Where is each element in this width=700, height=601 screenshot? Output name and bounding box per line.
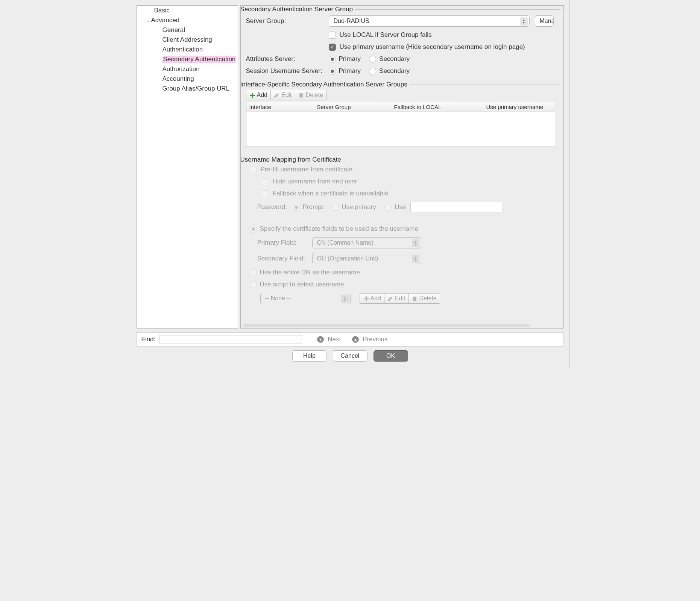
edit-button-label: Edit — [281, 92, 292, 98]
ok-button-label: OK — [386, 353, 395, 359]
sidebar-item-authorization[interactable]: Authorization — [137, 64, 238, 74]
use-script-label: Use script to select username — [260, 281, 344, 288]
manage-button-label: Manage — [540, 18, 554, 24]
delete-button: Delete — [295, 90, 326, 100]
previous-icon[interactable]: ▴ — [352, 336, 359, 343]
sidebar-item-advanced[interactable]: ⌄Advanced — [137, 15, 238, 25]
find-bar: Find: ▾ Next ▴ Previous — [137, 332, 564, 347]
use-local-checkbox[interactable] — [329, 32, 336, 39]
chevron-updown-icon: ▲▼ — [341, 295, 349, 303]
help-button-label: Help — [303, 353, 316, 359]
col-interface[interactable]: Interface — [246, 102, 314, 112]
server-group-label: Server Group: — [246, 17, 329, 25]
section-title: Secondary Authentication Server Group — [240, 6, 355, 13]
interface-table: Interface Server Group Fallback to LOCAL… — [246, 102, 555, 147]
session-username-secondary-radio[interactable] — [369, 68, 376, 75]
chevron-updown-icon: ▲▼ — [412, 255, 419, 263]
pencil-icon — [387, 295, 393, 301]
script-select-combo: -- None -- ▲▼ — [260, 293, 351, 304]
use-primary-username-checkbox[interactable]: ✓ — [329, 44, 336, 51]
edit-button-label: Edit — [395, 295, 405, 302]
chevron-down-icon: ⌄ — [145, 16, 151, 24]
password-use-radio — [384, 204, 392, 211]
trash-icon — [298, 92, 304, 98]
session-username-primary-label: Primary — [339, 67, 361, 75]
sidebar-item-group-alias[interactable]: Group Alias/Group URL — [137, 84, 238, 94]
delete-button-label: Delete — [306, 92, 323, 98]
col-use-primary[interactable]: Use primary username — [483, 102, 555, 112]
hide-username-checkbox — [262, 178, 269, 185]
secondary-field-value: OU (Organization Unit) — [317, 255, 378, 262]
attributes-server-secondary-label: Secondary — [379, 55, 410, 63]
table-body — [246, 112, 555, 147]
add-button[interactable]: Add — [246, 90, 271, 100]
script-delete-button: Delete — [409, 293, 440, 304]
prefill-username-label: Pre-fill username from certificate — [261, 166, 353, 173]
specify-cert-fields-label: Specify the certificate fields to be use… — [260, 225, 418, 233]
use-script-radio — [250, 281, 257, 288]
dialog-window: Basic ⌄Advanced General Client Addressin… — [131, 0, 569, 367]
sidebar-item-client-addressing[interactable]: Client Addressing — [137, 35, 238, 45]
password-prompt-radio — [293, 204, 300, 211]
server-group-combo[interactable]: Duo-RADIUS ▲▼ — [329, 15, 530, 27]
help-button[interactable]: Help — [292, 350, 327, 362]
attributes-server-secondary-radio[interactable] — [369, 56, 376, 63]
script-edit-button: Edit — [384, 293, 409, 304]
next-label[interactable]: Next — [328, 336, 341, 343]
sidebar-item-secondary-authentication[interactable]: Secondary Authentication — [137, 54, 238, 64]
sidebar-item-general[interactable]: General — [137, 25, 238, 35]
footer-buttons: Help Cancel OK — [131, 350, 569, 367]
find-input[interactable] — [159, 335, 302, 344]
password-use-input — [410, 202, 503, 212]
section-title: Username Mapping from Certificate — [240, 156, 343, 163]
settings-panel: Secondary Authentication Server Group Se… — [240, 5, 564, 329]
fallback-cert-checkbox — [262, 190, 269, 197]
session-username-secondary-label: Secondary — [379, 67, 410, 75]
attributes-server-label: Attributes Server: — [246, 55, 329, 63]
use-dn-radio — [250, 269, 257, 276]
manage-button[interactable]: Manage — [535, 15, 554, 27]
password-use-label: Use — [395, 203, 406, 211]
plus-icon — [363, 295, 369, 301]
use-dn-label: Use the entire DN as the username — [260, 269, 360, 276]
sidebar-item-basic[interactable]: Basic — [137, 6, 238, 15]
primary-field-combo: CN (Common Name) ▲▼ — [312, 237, 421, 248]
find-label: Find: — [141, 336, 156, 343]
chevron-updown-icon: ▲▼ — [520, 17, 528, 26]
edit-button: Edit — [271, 90, 295, 100]
plus-icon — [249, 92, 255, 98]
previous-label[interactable]: Previous — [363, 336, 387, 343]
password-prompt-label: Prompt — [303, 203, 323, 211]
script-add-button: Add — [360, 293, 384, 304]
attributes-server-primary-label: Primary — [339, 55, 361, 63]
add-button-label: Add — [257, 92, 267, 98]
sidebar-item-authentication[interactable]: Authentication — [137, 45, 238, 54]
specify-cert-fields-radio — [250, 226, 257, 233]
col-server-group[interactable]: Server Group — [314, 102, 391, 112]
password-useprimary-radio — [331, 204, 339, 211]
trash-icon — [412, 295, 418, 301]
fallback-cert-label: Fallback when a certificate is unavailab… — [273, 190, 389, 197]
delete-button-label: Delete — [419, 295, 437, 302]
script-select-value: -- None -- — [265, 295, 291, 302]
cancel-button-label: Cancel — [341, 353, 360, 359]
sidebar: Basic ⌄Advanced General Client Addressin… — [137, 5, 238, 329]
password-label: Password: — [257, 203, 293, 211]
prefill-username-checkbox — [250, 166, 257, 173]
use-primary-username-label: Use primary username (Hide secondary use… — [340, 43, 525, 51]
ok-button[interactable]: OK — [374, 350, 408, 362]
section-title: Interface-Specific Secondary Authenticat… — [240, 81, 410, 88]
chevron-updown-icon: ▲▼ — [412, 239, 419, 247]
cancel-button[interactable]: Cancel — [333, 350, 367, 362]
password-useprimary-label: Use primary — [342, 203, 376, 211]
horizontal-scrollbar[interactable] — [243, 324, 530, 327]
col-fallback[interactable]: Fallback to LOCAL — [391, 102, 483, 112]
sidebar-item-accounting[interactable]: Accounting — [137, 74, 238, 84]
pencil-icon — [274, 92, 280, 98]
server-group-value: Duo-RADIUS — [334, 18, 369, 24]
next-icon[interactable]: ▾ — [317, 336, 324, 343]
use-local-label: Use LOCAL if Server Group fails — [340, 31, 432, 39]
interface-toolbar: Add Edit Delete — [246, 90, 326, 100]
session-username-primary-radio[interactable] — [329, 68, 336, 75]
attributes-server-primary-radio[interactable] — [329, 56, 336, 63]
